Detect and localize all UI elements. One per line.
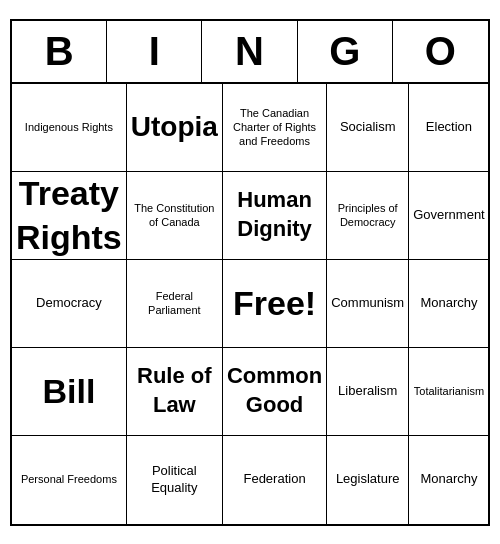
bingo-cell-text-3: Socialism [340, 119, 396, 136]
bingo-cell-22: Federation [223, 436, 327, 524]
bingo-cell-0: Indigenous Rights [12, 84, 127, 172]
bingo-cell-9: Government [409, 172, 489, 260]
bingo-card: BINGO Indigenous RightsUtopiaThe Canadia… [10, 19, 490, 526]
header-letter-O: O [393, 21, 488, 82]
bingo-cell-19: Totalitarianism [409, 348, 489, 436]
bingo-cell-13: Communism [327, 260, 409, 348]
bingo-cell-24: Monarchy [409, 436, 489, 524]
bingo-cell-6: The Constitution of Canada [127, 172, 223, 260]
bingo-cell-text-20: Personal Freedoms [21, 472, 117, 486]
bingo-cell-4: Election [409, 84, 489, 172]
bingo-cell-2: The Canadian Charter of Rights and Freed… [223, 84, 327, 172]
bingo-cell-text-1: Utopia [131, 109, 218, 145]
bingo-cell-text-14: Monarchy [420, 295, 477, 312]
bingo-cell-text-15: Bill [42, 369, 95, 413]
bingo-cell-text-21: Political Equality [131, 463, 218, 497]
bingo-cell-16: Rule of Law [127, 348, 223, 436]
bingo-cell-8: Principles of Democracy [327, 172, 409, 260]
bingo-cell-15: Bill [12, 348, 127, 436]
bingo-cell-5: Treaty Rights [12, 172, 127, 260]
header-letter-N: N [202, 21, 297, 82]
header-letter-G: G [298, 21, 393, 82]
bingo-cell-text-9: Government [413, 207, 485, 224]
bingo-cell-text-24: Monarchy [420, 471, 477, 488]
bingo-cell-text-2: The Canadian Charter of Rights and Freed… [227, 106, 322, 149]
header-letter-B: B [12, 21, 107, 82]
bingo-cell-text-13: Communism [331, 295, 404, 312]
bingo-header: BINGO [12, 21, 488, 84]
bingo-cell-21: Political Equality [127, 436, 223, 524]
bingo-cell-text-4: Election [426, 119, 472, 136]
bingo-cell-text-8: Principles of Democracy [331, 201, 404, 230]
bingo-cell-text-16: Rule of Law [131, 362, 218, 419]
bingo-cell-14: Monarchy [409, 260, 489, 348]
bingo-cell-17: Common Good [223, 348, 327, 436]
bingo-cell-10: Democracy [12, 260, 127, 348]
header-letter-I: I [107, 21, 202, 82]
bingo-cell-text-19: Totalitarianism [414, 384, 484, 398]
bingo-cell-12: Free! [223, 260, 327, 348]
bingo-cell-20: Personal Freedoms [12, 436, 127, 524]
bingo-cell-text-7: Human Dignity [227, 186, 322, 243]
bingo-cell-text-11: Federal Parliament [131, 289, 218, 318]
bingo-cell-text-23: Legislature [336, 471, 400, 488]
bingo-cell-7: Human Dignity [223, 172, 327, 260]
bingo-cell-11: Federal Parliament [127, 260, 223, 348]
bingo-cell-text-18: Liberalism [338, 383, 397, 400]
bingo-cell-text-6: The Constitution of Canada [131, 201, 218, 230]
bingo-grid: Indigenous RightsUtopiaThe Canadian Char… [12, 84, 488, 524]
bingo-cell-18: Liberalism [327, 348, 409, 436]
bingo-cell-text-0: Indigenous Rights [25, 120, 113, 134]
bingo-cell-text-12: Free! [233, 281, 316, 325]
bingo-cell-1: Utopia [127, 84, 223, 172]
bingo-cell-text-22: Federation [243, 471, 305, 488]
bingo-cell-3: Socialism [327, 84, 409, 172]
bingo-cell-23: Legislature [327, 436, 409, 524]
bingo-cell-text-17: Common Good [227, 362, 322, 419]
bingo-cell-text-5: Treaty Rights [16, 171, 122, 259]
bingo-cell-text-10: Democracy [36, 295, 102, 312]
